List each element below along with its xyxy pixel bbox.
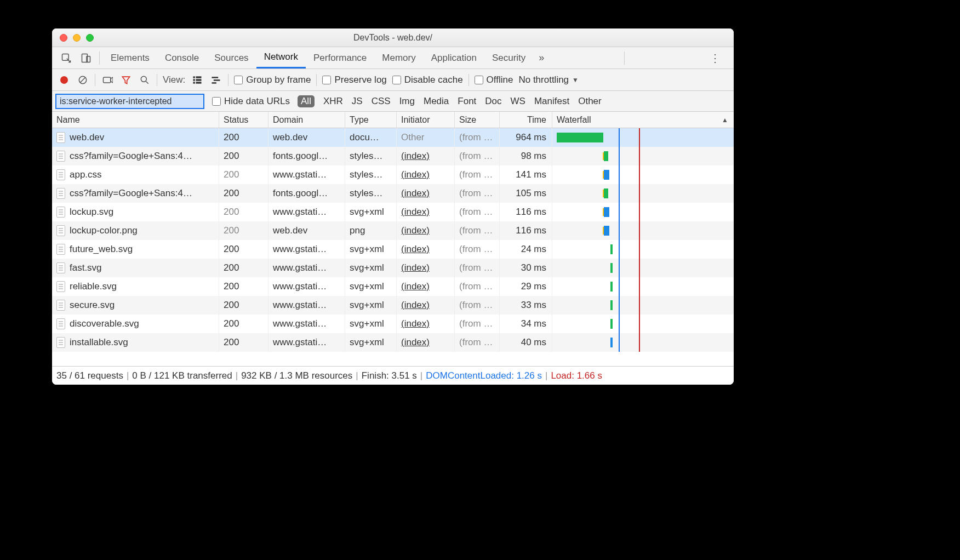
filter-chip-manifest[interactable]: Manifest [534, 96, 569, 107]
filter-chip-media[interactable]: Media [424, 96, 449, 107]
more-panels-button[interactable]: » [533, 52, 550, 64]
hide-data-urls-checkbox[interactable]: Hide data URLs [212, 96, 290, 107]
network-toolbar: View: Group by frame Preserve log Disabl… [52, 69, 734, 91]
filter-chip-ws[interactable]: WS [511, 96, 525, 107]
initiator-link[interactable]: (index) [401, 300, 430, 311]
search-icon[interactable] [138, 75, 151, 85]
initiator-link[interactable]: (index) [401, 151, 430, 162]
record-button[interactable] [58, 76, 71, 84]
tab-performance[interactable]: Performance [306, 47, 374, 68]
svg-rect-17 [212, 82, 216, 84]
filter-chip-img[interactable]: Img [399, 96, 415, 107]
sb-load: Load: 1.66 s [551, 370, 602, 381]
table-row[interactable]: lockup-color.png200web.devpng(index)(fro… [52, 221, 734, 240]
svg-rect-16 [214, 79, 220, 81]
inspect-element-icon[interactable] [56, 53, 76, 64]
filter-chip-doc[interactable]: Doc [485, 96, 501, 107]
filter-chip-js[interactable]: JS [352, 96, 363, 107]
initiator-link[interactable]: (index) [401, 169, 430, 180]
svg-line-8 [146, 81, 148, 83]
table-row[interactable]: secure.svg200www.gstati…svg+xml(index)(f… [52, 296, 734, 315]
preserve-log-checkbox[interactable]: Preserve log [322, 75, 386, 85]
initiator-link[interactable]: (index) [401, 281, 430, 292]
clear-button[interactable] [76, 75, 89, 85]
col-size[interactable]: Size [455, 112, 500, 128]
svg-rect-13 [193, 82, 195, 83]
initiator-link[interactable]: (index) [401, 337, 430, 348]
tab-console[interactable]: Console [157, 47, 207, 68]
table-row[interactable]: lockup.svg200www.gstati…svg+xml(index)(f… [52, 203, 734, 221]
filter-input[interactable] [55, 94, 204, 109]
initiator-link[interactable]: (index) [401, 244, 430, 255]
tab-elements[interactable]: Elements [103, 47, 157, 68]
panel-tabs: ElementsConsoleSourcesNetworkPerformance… [52, 47, 734, 69]
initiator-link[interactable]: (index) [401, 188, 430, 199]
tab-network[interactable]: Network [256, 47, 306, 68]
file-icon [56, 188, 65, 199]
filter-toggle-icon[interactable] [119, 75, 133, 85]
tab-application[interactable]: Application [424, 47, 484, 68]
sb-transferred: 0 B / 121 KB transferred [132, 370, 232, 381]
svg-rect-15 [212, 77, 219, 78]
filter-chip-font[interactable]: Font [458, 96, 476, 107]
table-row[interactable]: css?family=Google+Sans:4…200fonts.googl…… [52, 147, 734, 165]
initiator-link[interactable]: (index) [401, 318, 430, 329]
large-rows-icon[interactable] [191, 75, 204, 85]
col-type[interactable]: Type [345, 112, 397, 128]
table-row[interactable]: discoverable.svg200www.gstati…svg+xml(in… [52, 315, 734, 333]
table-row[interactable]: installable.svg200www.gstati…svg+xml(ind… [52, 333, 734, 352]
table-body: web.dev200web.devdocu…Other(from …964 ms… [52, 128, 734, 366]
table-row[interactable]: reliable.svg200www.gstati…svg+xml(index)… [52, 277, 734, 296]
tab-memory[interactable]: Memory [374, 47, 423, 68]
file-icon [56, 262, 65, 273]
table-row[interactable]: web.dev200web.devdocu…Other(from …964 ms [52, 128, 734, 147]
filter-chip-css[interactable]: CSS [372, 96, 391, 107]
offline-checkbox[interactable]: Offline [475, 75, 513, 85]
file-icon [56, 318, 65, 329]
table-row[interactable]: app.css200www.gstati…styles…(index)(from… [52, 165, 734, 184]
initiator-link[interactable]: (index) [401, 225, 430, 236]
titlebar: DevTools - web.dev/ [52, 28, 734, 47]
filter-bar: Hide data URLs AllXHRJSCSSImgMediaFontDo… [52, 91, 734, 112]
tab-sources[interactable]: Sources [207, 47, 256, 68]
table-row[interactable]: future_web.svg200www.gstati…svg+xml(inde… [52, 240, 734, 259]
overview-toggle-icon[interactable] [209, 75, 222, 85]
file-icon [56, 132, 65, 143]
file-icon [56, 281, 65, 292]
sb-finish: Finish: 3.51 s [362, 370, 417, 381]
file-icon [56, 300, 65, 311]
col-initiator[interactable]: Initiator [397, 112, 455, 128]
svg-line-4 [80, 77, 85, 83]
throttling-select[interactable]: No throttling▼ [518, 75, 579, 85]
view-label: View: [163, 75, 185, 85]
file-icon [56, 151, 65, 162]
filter-chip-all[interactable]: All [298, 95, 315, 107]
initiator-link[interactable]: (index) [401, 262, 430, 273]
col-name[interactable]: Name [52, 112, 219, 128]
svg-rect-12 [196, 79, 202, 81]
file-icon [56, 337, 65, 348]
group-by-frame-checkbox[interactable]: Group by frame [234, 75, 311, 85]
table-header: Name Status Domain Type Initiator Size T… [52, 112, 734, 128]
col-domain[interactable]: Domain [268, 112, 345, 128]
disable-cache-checkbox[interactable]: Disable cache [392, 75, 463, 85]
device-toolbar-icon[interactable] [76, 53, 96, 64]
table-row[interactable]: fast.svg200www.gstati…svg+xml(index)(fro… [52, 259, 734, 277]
filter-chip-xhr[interactable]: XHR [323, 96, 343, 107]
file-icon [56, 244, 65, 255]
capture-screenshots-icon[interactable] [101, 75, 114, 85]
svg-rect-10 [196, 76, 202, 78]
col-status[interactable]: Status [219, 112, 268, 128]
sb-dcl: DOMContentLoaded: 1.26 s [426, 370, 542, 381]
file-icon [56, 169, 65, 180]
initiator-link[interactable]: (index) [401, 207, 430, 218]
svg-point-7 [141, 76, 146, 82]
filter-chip-other[interactable]: Other [578, 96, 602, 107]
col-waterfall[interactable]: Waterfall▲ [552, 112, 734, 128]
settings-menu-button[interactable]: ⋮ [702, 52, 729, 65]
window-title: DevTools - web.dev/ [52, 33, 734, 43]
svg-rect-9 [193, 76, 195, 78]
tab-security[interactable]: Security [484, 47, 533, 68]
col-time[interactable]: Time [500, 112, 552, 128]
table-row[interactable]: css?family=Google+Sans:4…200fonts.googl…… [52, 184, 734, 203]
